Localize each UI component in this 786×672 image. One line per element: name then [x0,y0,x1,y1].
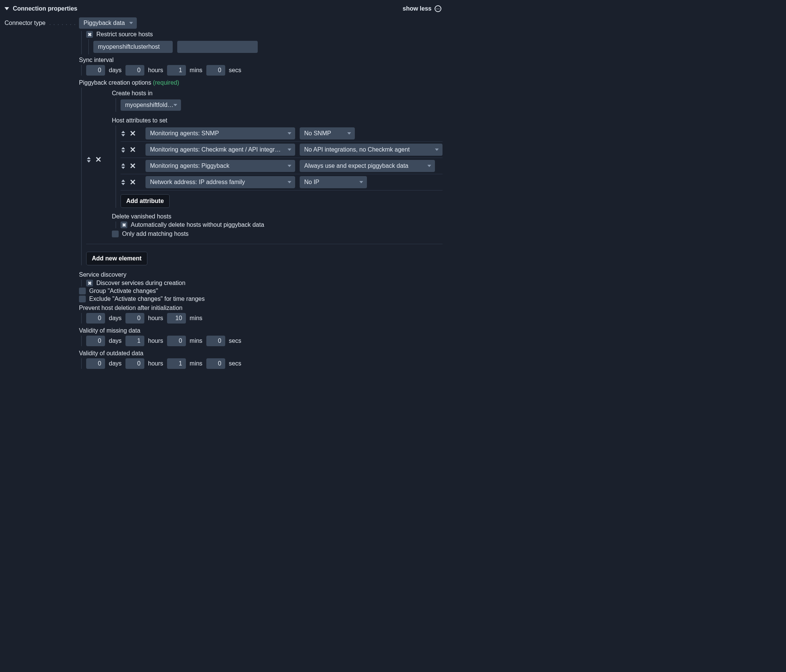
connector-type-label: Connector type [5,20,46,27]
prevent-days-input[interactable] [86,313,105,324]
chevron-down-icon [129,22,133,24]
mins-unit: mins [190,337,203,344]
exclude-activate-label: Exclude "Activate changes" for time rang… [89,296,205,302]
chevron-up-icon [87,157,91,159]
attr-val-value: No SNMP [304,130,331,137]
create-hosts-folder-select[interactable]: myopenshiftfold… [121,99,181,111]
discover-checkbox[interactable]: ✖ [86,280,93,286]
attr-key-select[interactable]: Monitoring agents: SNMP [146,127,295,140]
service-discovery-label: Service discovery [79,271,442,278]
piggyback-label: Piggyback creation options [79,79,151,86]
mins-unit: mins [190,67,203,74]
attr-reorder[interactable] [121,163,126,169]
prevent-label: Prevent host deletion after initializati… [79,305,442,312]
vmiss-secs-input[interactable] [206,336,225,346]
attr-key-value: Monitoring agents: Checkmk agent / API i… [150,146,284,153]
chevron-down-icon [288,148,291,151]
connector-type-value: Piggyback data [83,20,125,27]
vout-hours-input[interactable] [126,358,145,369]
connector-type-select[interactable]: Piggyback data [79,17,137,29]
sync-mins-input[interactable] [167,65,186,76]
attr-val-select[interactable]: No SNMP [300,127,355,140]
group-activate-checkbox[interactable] [79,288,86,294]
validity-outdated-label: Validity of outdated data [79,350,442,357]
attr-reorder[interactable] [121,147,126,153]
hours-unit: hours [148,360,163,367]
discover-label: Discover services during creation [96,280,185,286]
vout-secs-input[interactable] [206,358,225,369]
attr-reorder[interactable] [121,179,126,185]
chevron-down-icon [288,165,291,167]
attr-key-select[interactable]: Monitoring agents: Checkmk agent / API i… [146,144,295,156]
attr-reorder[interactable] [121,131,126,137]
section-toggle[interactable]: Connection properties [5,5,77,12]
add-attribute-button[interactable]: Add attribute [121,194,170,208]
chevron-down-icon [173,104,177,106]
show-less-link[interactable]: show less [403,5,432,12]
attr-val-value: No IP [304,179,319,185]
add-new-element-button[interactable]: Add new element [86,252,147,265]
hours-unit: hours [148,315,163,322]
attr-val-value: No API integrations, no Checkmk agent [304,146,410,153]
prevent-hours-input[interactable] [126,313,145,324]
chevron-down-icon [121,134,125,137]
sync-days-input[interactable] [86,65,105,76]
attr-delete[interactable]: ✕ [130,178,136,186]
exclude-activate-checkbox[interactable] [79,296,86,302]
only-add-label: Only add matching hosts [122,231,189,238]
vmiss-mins-input[interactable] [167,336,186,346]
restrict-source-label: Restrict source hosts [96,31,152,38]
attribute-row: ✕Monitoring agents: SNMPNo SNMP [121,126,442,142]
chevron-up-icon [121,163,125,165]
group-activate-label: Group "Activate changes" [89,288,158,294]
only-add-checkbox[interactable] [112,231,119,238]
attribute-row: ✕Monitoring agents: PiggybackAlways use … [121,158,442,174]
more-icon[interactable]: ⋯ [435,5,442,12]
vout-mins-input[interactable] [167,358,186,369]
validity-missing-label: Validity of missing data [79,327,442,334]
sync-secs-input[interactable] [206,65,225,76]
attr-delete[interactable]: ✕ [130,130,136,137]
chevron-down-icon [347,132,351,135]
chevron-down-icon [428,165,431,167]
days-unit: days [109,67,122,74]
vout-days-input[interactable] [86,358,105,369]
attr-delete[interactable]: ✕ [130,146,136,153]
chevron-down-icon [288,181,291,183]
vmiss-hours-input[interactable] [126,336,145,346]
required-tag: (required) [153,79,179,86]
element-reorder[interactable] [86,157,91,162]
attr-val-select[interactable]: Always use and expect piggyback data [300,160,435,172]
chevron-up-icon [121,179,125,182]
days-unit: days [109,315,122,322]
days-unit: days [109,337,122,344]
source-host-input[interactable] [93,41,173,53]
prevent-mins-input[interactable] [167,313,186,324]
create-hosts-folder-value: myopenshiftfold… [125,102,173,109]
auto-delete-checkbox[interactable]: ✖ [121,222,127,228]
attr-key-value: Monitoring agents: Piggyback [150,162,230,169]
sync-hours-input[interactable] [126,65,145,76]
attr-key-select[interactable]: Network address: IP address family [146,176,295,188]
secs-unit: secs [229,337,242,344]
chevron-down-icon [121,167,125,169]
attr-key-value: Network address: IP address family [150,179,245,185]
section-title: Connection properties [13,5,77,12]
delete-vanished-label: Delete vanished hosts [112,213,442,220]
chevron-down-icon [87,160,91,162]
days-unit: days [109,360,122,367]
attr-key-select[interactable]: Monitoring agents: Piggyback [146,160,295,172]
attr-val-select[interactable]: No IP [300,176,367,188]
divider [86,244,442,244]
vmiss-days-input[interactable] [86,336,105,346]
restrict-source-checkbox[interactable]: ✖ [86,31,93,38]
attr-delete[interactable]: ✕ [130,162,136,170]
attr-val-select[interactable]: No API integrations, no Checkmk agent [300,144,442,156]
source-host-input-2[interactable] [177,41,258,53]
chevron-down-icon [435,148,439,151]
chevron-up-icon [121,147,125,149]
mins-unit: mins [190,360,203,367]
collapse-icon [5,7,9,10]
attribute-row: ✕Monitoring agents: Checkmk agent / API … [121,142,442,158]
element-delete[interactable]: ✕ [95,156,102,163]
